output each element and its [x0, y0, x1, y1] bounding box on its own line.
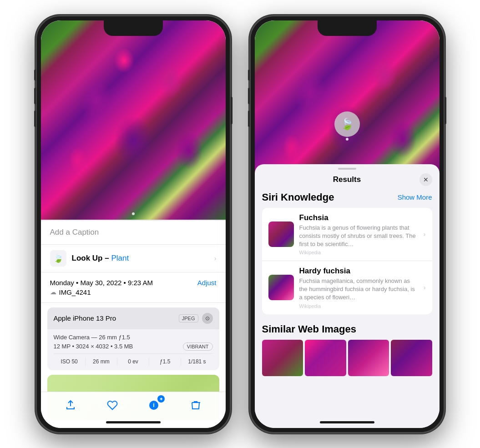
info-button[interactable]: i ✦	[145, 396, 163, 414]
exif-iso: ISO 50	[54, 357, 86, 366]
vibrant-badge: VIBRANT	[183, 342, 213, 351]
siri-leaf-icon: 🍃	[340, 118, 354, 131]
adjust-button[interactable]: Adjust	[197, 279, 217, 287]
fuchsia-thumbnail	[268, 221, 294, 247]
camera-type: Wide Camera — 26 mm ƒ1.5	[54, 334, 213, 341]
device-badges: JPEG ⊙	[179, 313, 213, 324]
exif-mm: 26 mm	[86, 357, 117, 366]
caption-input[interactable]: Add a Caption	[41, 221, 226, 245]
cloud-icon: ☁	[50, 288, 56, 296]
mute-button-right	[248, 70, 250, 81]
results-header: Results ✕	[255, 170, 440, 190]
web-image-1[interactable]	[262, 340, 303, 376]
web-image-4[interactable]	[391, 340, 432, 376]
device-section: Apple iPhone 13 Pro JPEG ⊙ Wide Camera —…	[47, 307, 219, 370]
hardy-fuchsia-source: Wikipedia	[299, 303, 418, 309]
close-icon: ✕	[423, 176, 429, 183]
volume-up-button	[34, 88, 36, 104]
fuchsia-name: Fuchsia	[299, 213, 418, 222]
leaf-icon: 🍃	[50, 250, 66, 267]
date-text: Monday • May 30, 2022 • 9:23 AM	[50, 279, 153, 287]
web-image-3[interactable]	[348, 340, 389, 376]
right-phone: 🍃 Results ✕ Siri Knowledge	[249, 15, 445, 433]
fuchsia-chevron-icon: ›	[424, 231, 426, 238]
lookup-text: Look Up – Plant	[72, 254, 129, 263]
hardy-fuchsia-chevron-icon: ›	[424, 284, 426, 291]
favorite-button[interactable]	[103, 396, 121, 414]
left-screen-content: Add a Caption 🍃 Look Up – Plant › Monday…	[41, 20, 226, 428]
siri-dot	[346, 138, 349, 141]
leaf-symbol: 🍃	[53, 253, 63, 263]
left-home-indicator	[106, 421, 161, 423]
web-images-row	[262, 340, 432, 376]
flower-photo-left[interactable]	[41, 20, 226, 221]
filename-text: IMG_4241	[59, 288, 91, 296]
device-name: Apple iPhone 13 Pro	[54, 314, 116, 322]
power-button	[231, 97, 232, 124]
volume-down-button-right	[248, 111, 250, 127]
page-dot	[132, 212, 135, 215]
date-row: Monday • May 30, 2022 • 9:23 AM Adjust ☁…	[41, 272, 226, 303]
notch	[104, 20, 163, 36]
web-image-2[interactable]	[305, 340, 346, 376]
svg-text:i: i	[153, 402, 155, 408]
exif-aperture: ƒ1.5	[149, 357, 181, 366]
fuchsia-card[interactable]: Fuchsia Fuchsia is a genus of flowering …	[262, 208, 432, 262]
lookup-label: Look Up –	[72, 254, 109, 262]
web-images-title: Similar Web Images	[262, 323, 432, 335]
share-button[interactable]	[61, 396, 80, 414]
fuchsia-info: Fuchsia Fuchsia is a genus of flowering …	[299, 213, 418, 256]
fuchsia-desc: Fuchsia is a genus of flowering plants t…	[299, 224, 418, 249]
lookup-chevron-icon: ›	[214, 255, 217, 262]
power-button-right	[445, 97, 446, 124]
volume-down-button	[34, 111, 36, 127]
camera-details: Wide Camera — 26 mm ƒ1.5 12 MP • 3024 × …	[47, 329, 219, 370]
caption-placeholder-text: Add a Caption	[50, 228, 99, 237]
results-panel: Results ✕ Siri Knowledge Show More	[255, 164, 440, 428]
left-phone-screen: Add a Caption 🍃 Look Up – Plant › Monday…	[41, 20, 226, 428]
show-more-button[interactable]: Show More	[398, 193, 432, 201]
hardy-fuchsia-desc: Fuchsia magellanica, commonly known as t…	[299, 277, 418, 302]
location-badge: ⊙	[202, 313, 213, 324]
exif-row: ISO 50 26 mm 0 ev ƒ1.5 1/181 s	[54, 353, 213, 366]
close-button[interactable]: ✕	[419, 173, 432, 186]
lookup-subject: Plant	[109, 254, 129, 262]
jpeg-badge: JPEG	[179, 314, 198, 322]
exif-ev: 0 ev	[117, 357, 149, 366]
knowledge-cards: Fuchsia Fuchsia is a genus of flowering …	[262, 208, 432, 314]
hardy-fuchsia-name: Hardy fuchsia	[299, 267, 418, 276]
right-notch	[318, 20, 377, 36]
camera-mp: 12 MP • 3024 × 4032 • 3.5 MB	[54, 343, 133, 350]
right-screen-content: 🍃 Results ✕ Siri Knowledge	[255, 20, 440, 428]
siri-knowledge-header: Siri Knowledge Show More	[262, 191, 432, 203]
device-header: Apple iPhone 13 Pro JPEG ⊙	[47, 307, 219, 329]
volume-up-button-right	[248, 88, 250, 104]
fuchsia-source: Wikipedia	[299, 250, 418, 255]
lookup-row[interactable]: 🍃 Look Up – Plant ›	[41, 245, 226, 272]
hardy-fuchsia-card[interactable]: Hardy fuchsia Fuchsia magellanica, commo…	[262, 261, 432, 314]
filename-row: ☁ IMG_4241	[50, 288, 217, 296]
hardy-fuchsia-thumbnail	[268, 275, 294, 300]
mute-button	[34, 70, 36, 81]
results-title: Results	[333, 175, 361, 184]
delete-button[interactable]	[187, 396, 205, 414]
camera-mp-row: 12 MP • 3024 × 4032 • 3.5 MB VIBRANT	[54, 342, 213, 351]
exif-shutter: 1/181 s	[181, 357, 212, 366]
right-home-indicator	[320, 421, 374, 423]
siri-visual-intelligence-badge[interactable]: 🍃	[334, 111, 360, 137]
sparkle-badge: ✦	[157, 395, 165, 403]
siri-knowledge-title: Siri Knowledge	[262, 191, 334, 203]
hardy-fuchsia-info: Hardy fuchsia Fuchsia magellanica, commo…	[299, 267, 418, 309]
results-content: Siri Knowledge Show More Fuchsia Fuchsia…	[255, 190, 440, 376]
left-phone: Add a Caption 🍃 Look Up – Plant › Monday…	[35, 15, 231, 433]
date-line: Monday • May 30, 2022 • 9:23 AM Adjust	[50, 279, 217, 287]
right-phone-screen: 🍃 Results ✕ Siri Knowledge	[255, 20, 440, 428]
